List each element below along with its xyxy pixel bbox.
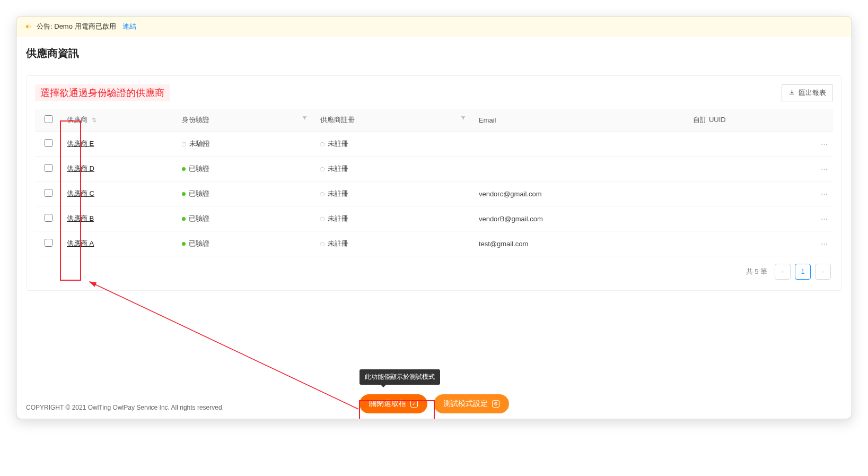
- row-email: vendorB@gmail.com: [474, 206, 688, 231]
- filter-icon[interactable]: [302, 115, 308, 122]
- footer-buttons: 此功能僅顯示於測試模式 關閉選取框 ✓ 測試模式設定 ⚙: [360, 369, 509, 413]
- pagination-prev[interactable]: ‹: [775, 264, 791, 280]
- megaphone-icon: [25, 23, 32, 30]
- vendor-link[interactable]: 供應商 D: [67, 165, 94, 172]
- row-email: test@gmail.com: [474, 231, 688, 256]
- page-content: 供應商資訊 選擇欲通過身份驗證的供應商 匯出報表: [16, 37, 852, 291]
- row-actions[interactable]: ⋯: [812, 132, 833, 157]
- row-checkbox[interactable]: [45, 239, 52, 247]
- table-row: 供應商 D已驗證未註冊⋯: [35, 157, 833, 181]
- table-row: 供應商 A已驗證未註冊test@gmail.com⋯: [35, 231, 833, 256]
- col-register[interactable]: 供應商註冊: [315, 109, 474, 132]
- test-mode-tooltip: 此功能僅顯示於測試模式: [360, 369, 440, 385]
- test-mode-settings-button[interactable]: 測試模式設定 ⚙: [434, 394, 509, 413]
- vendor-link[interactable]: 供應商 B: [67, 214, 94, 222]
- copyright: COPYRIGHT © 2021 OwlTing OwlPay Service …: [26, 404, 224, 411]
- row-uuid: [688, 181, 812, 206]
- row-uuid: [688, 231, 812, 256]
- vendor-link[interactable]: 供應商 A: [67, 239, 94, 247]
- row-email: [474, 157, 688, 181]
- table-row: 供應商 B已驗證未註冊vendorB@gmail.com⋯: [35, 206, 833, 231]
- table-header-row: 供應商 ⇅ 身份驗證 供應商註冊: [35, 109, 833, 132]
- col-checkbox: [35, 109, 62, 132]
- row-email: [474, 132, 688, 157]
- sort-icon: ⇅: [92, 117, 97, 123]
- row-checkbox[interactable]: [45, 139, 52, 147]
- filter-icon[interactable]: [460, 115, 466, 122]
- identity-status: 已驗證: [182, 189, 209, 197]
- row-actions[interactable]: ⋯: [812, 231, 833, 256]
- vendor-table: 供應商 ⇅ 身份驗證 供應商註冊: [35, 109, 833, 256]
- row-checkbox[interactable]: [45, 164, 52, 172]
- col-identity[interactable]: 身份驗證: [177, 109, 315, 132]
- announcement-message: Demo 用電商已啟用: [54, 22, 116, 30]
- close-selection-button[interactable]: 關閉選取框 ✓: [360, 394, 427, 413]
- settings-square-icon: ⚙: [492, 400, 499, 408]
- register-status: 未註冊: [320, 214, 348, 222]
- col-vendor[interactable]: 供應商 ⇅: [62, 109, 177, 132]
- row-actions[interactable]: ⋯: [812, 206, 833, 231]
- svg-line-0: [90, 282, 358, 409]
- check-square-icon: ✓: [410, 400, 418, 408]
- identity-status: 已驗證: [182, 214, 209, 222]
- row-checkbox[interactable]: [45, 189, 52, 197]
- row-email: vendorc@gmail.com: [474, 181, 688, 206]
- selection-hint: 選擇欲通過身份驗證的供應商: [35, 84, 170, 101]
- register-status: 未註冊: [320, 140, 348, 148]
- pagination: 共 5 筆 ‹ 1 ›: [35, 256, 833, 282]
- close-selection-label: 關閉選取框: [369, 399, 406, 409]
- register-status: 未註冊: [320, 165, 348, 172]
- row-actions[interactable]: ⋯: [812, 181, 833, 206]
- announcement-link[interactable]: 連結: [122, 22, 136, 31]
- table-row: 供應商 E未驗證未註冊⋯: [35, 132, 833, 157]
- card-header: 選擇欲通過身份驗證的供應商 匯出報表: [35, 84, 833, 101]
- register-status: 未註冊: [320, 239, 348, 247]
- row-uuid: [688, 206, 812, 231]
- table-row: 供應商 C已驗證未註冊vendorc@gmail.com⋯: [35, 181, 833, 206]
- pagination-total: 共 5 筆: [746, 267, 767, 276]
- identity-status: 已驗證: [182, 239, 209, 247]
- col-actions: [812, 109, 833, 132]
- select-all-checkbox[interactable]: [45, 115, 52, 123]
- vendor-link[interactable]: 供應商 E: [67, 140, 94, 148]
- export-report-button[interactable]: 匯出報表: [782, 84, 833, 101]
- export-report-label: 匯出報表: [799, 88, 826, 98]
- page-title: 供應商資訊: [26, 46, 842, 60]
- vendor-card: 選擇欲通過身份驗證的供應商 匯出報表 供應商: [26, 75, 842, 291]
- identity-status: 已驗證: [182, 165, 209, 172]
- vendor-link[interactable]: 供應商 C: [67, 189, 94, 197]
- row-uuid: [688, 132, 812, 157]
- pagination-next[interactable]: ›: [815, 264, 831, 280]
- announcement-prefix: 公告:: [37, 22, 52, 30]
- col-uuid[interactable]: 自訂 UUID: [688, 109, 812, 132]
- announcement-banner: 公告: Demo 用電商已啟用 連結: [16, 16, 852, 37]
- identity-status: 未驗證: [182, 140, 210, 148]
- row-actions[interactable]: ⋯: [812, 157, 833, 181]
- col-email[interactable]: Email: [474, 109, 688, 132]
- app-window: 公告: Demo 用電商已啟用 連結 供應商資訊 選擇欲通過身份驗證的供應商 匯…: [16, 16, 852, 419]
- row-uuid: [688, 157, 812, 181]
- row-checkbox[interactable]: [45, 214, 52, 222]
- test-mode-settings-label: 測試模式設定: [443, 399, 488, 409]
- download-icon: [788, 89, 795, 97]
- register-status: 未註冊: [320, 189, 348, 197]
- pagination-page-1[interactable]: 1: [795, 264, 811, 280]
